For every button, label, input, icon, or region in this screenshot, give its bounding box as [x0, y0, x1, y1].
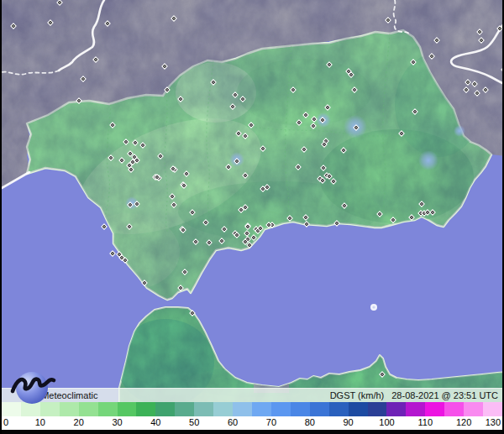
legend-color-cell: [155, 402, 175, 416]
logo-sphere: [16, 372, 48, 404]
gust-halo: [454, 125, 465, 137]
legend-tick: 130: [486, 417, 501, 427]
legend-color-cell: [329, 402, 349, 416]
meteoclimatic-logo[interactable]: [8, 366, 58, 408]
legend-color-cell: [271, 402, 291, 416]
metric-label: DGST (km/h): [330, 390, 385, 400]
legend-color-cell: [175, 402, 194, 416]
legend-tick: 100: [379, 417, 394, 427]
legend-color-cell: [291, 402, 310, 416]
timestamp-label: 28-08-2021 @ 23:51 UTC: [391, 390, 498, 400]
legend-color-cell: [310, 402, 329, 416]
legend-color-cell: [213, 402, 233, 416]
legend-color-cell: [464, 402, 483, 416]
legend-tick: 50: [189, 417, 199, 427]
gust-halo: [418, 150, 438, 170]
status-bar: © Meteoclimatic DGST (km/h) 28-08-2021 @…: [2, 388, 502, 402]
legend-tick: 90: [343, 417, 353, 427]
legend-tick: 10: [35, 417, 45, 427]
legend-tick: 40: [150, 417, 160, 427]
legend-color-cell: [194, 402, 213, 416]
gust-map-canvas: [2, 0, 504, 434]
bottom-border-strip: [2, 430, 502, 434]
legend-color-cell: [79, 402, 98, 416]
legend-color-cell: [444, 402, 464, 416]
legend-tick: 70: [266, 417, 276, 427]
legend-color-cell: [368, 402, 387, 416]
legend-color-cell: [252, 402, 271, 416]
weather-map-app: © Meteoclimatic DGST (km/h) 28-08-2021 @…: [0, 0, 504, 434]
legend-tick: 30: [112, 417, 122, 427]
legend-tick: 0: [3, 417, 8, 427]
legend-color-cell: [406, 402, 425, 416]
legend-color-cell: [98, 402, 118, 416]
legend-color-cell: [60, 402, 79, 416]
legend-color-cell: [136, 402, 155, 416]
legend-tick: 110: [418, 417, 433, 427]
island-station-dot: [372, 306, 375, 308]
legend-tick: 60: [228, 417, 238, 427]
legend-color-cell: [233, 402, 252, 416]
legend-color-scale: [2, 402, 502, 416]
legend-color-cell: [483, 402, 502, 416]
legend-tick-labels: 0102030405060708090100110120130: [2, 416, 502, 430]
legend-tick: 20: [74, 417, 84, 427]
legend-tick: 120: [456, 417, 471, 427]
legend-tick: 80: [305, 417, 315, 427]
legend-color-cell: [386, 402, 406, 416]
legend-color-cell: [118, 402, 137, 416]
legend-color-cell: [425, 402, 444, 416]
legend-color-cell: [349, 402, 368, 416]
island-station-layer: [370, 304, 377, 311]
